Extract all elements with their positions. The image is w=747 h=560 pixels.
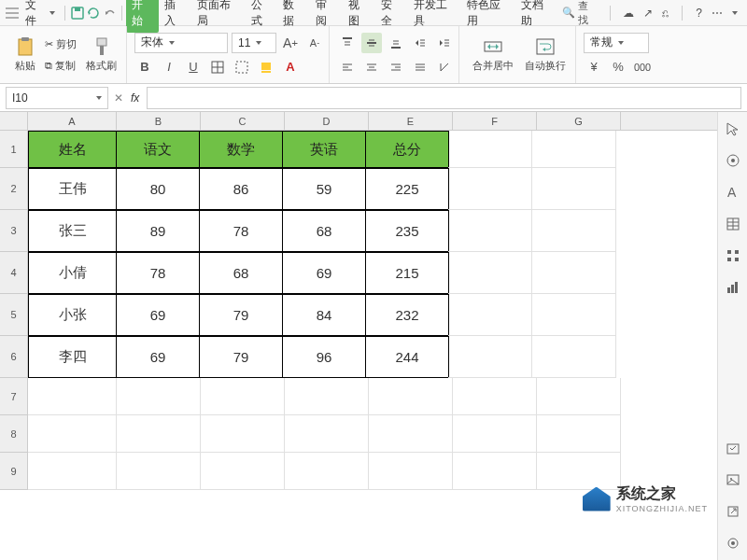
- select-all-corner[interactable]: [0, 112, 28, 130]
- column-header[interactable]: F: [453, 112, 537, 130]
- cell[interactable]: [28, 453, 117, 490]
- cell[interactable]: 80: [116, 168, 200, 210]
- cell[interactable]: [537, 415, 621, 453]
- table-icon[interactable]: [726, 217, 740, 231]
- cell[interactable]: 小倩: [28, 252, 117, 294]
- fx-icon[interactable]: fx: [131, 91, 139, 105]
- cell[interactable]: [448, 294, 532, 336]
- cell[interactable]: 78: [199, 210, 283, 252]
- row-header[interactable]: 7: [0, 378, 28, 415]
- cell[interactable]: 68: [199, 252, 283, 294]
- cell[interactable]: [117, 415, 201, 453]
- refresh-icon[interactable]: [86, 5, 102, 21]
- cell[interactable]: [448, 252, 532, 294]
- history-icon[interactable]: ⎌: [662, 7, 669, 20]
- cancel-icon[interactable]: ✕: [114, 91, 123, 105]
- font-color-button[interactable]: A: [280, 57, 301, 77]
- font-name-select[interactable]: 宋体: [134, 33, 228, 53]
- cell[interactable]: 小张: [28, 294, 117, 336]
- cell[interactable]: 王伟: [28, 168, 117, 210]
- column-header[interactable]: G: [537, 112, 621, 130]
- column-header[interactable]: D: [285, 112, 369, 130]
- cell[interactable]: [532, 210, 616, 252]
- row-header[interactable]: 6: [0, 336, 28, 378]
- backup-icon[interactable]: [726, 441, 740, 455]
- cell[interactable]: [448, 131, 532, 168]
- cell[interactable]: [448, 168, 532, 210]
- column-header[interactable]: E: [369, 112, 453, 130]
- formula-input[interactable]: [147, 87, 741, 109]
- cell[interactable]: 59: [282, 168, 366, 210]
- cell[interactable]: 78: [116, 252, 200, 294]
- file-menu[interactable]: 文件: [20, 0, 61, 29]
- cell[interactable]: [28, 415, 117, 453]
- image-icon[interactable]: [726, 472, 740, 487]
- cell[interactable]: 69: [116, 294, 200, 336]
- cell[interactable]: 79: [199, 294, 283, 336]
- currency-button[interactable]: ¥: [584, 57, 604, 77]
- copy-button[interactable]: ⧉复制: [41, 57, 80, 75]
- decrease-font-button[interactable]: A-: [304, 33, 325, 53]
- cell[interactable]: [532, 294, 616, 336]
- cell[interactable]: [201, 378, 285, 415]
- cell[interactable]: [448, 210, 532, 252]
- more-icon[interactable]: ⋯: [712, 7, 723, 20]
- cell[interactable]: [537, 378, 621, 415]
- cell[interactable]: 68: [282, 210, 366, 252]
- cell[interactable]: 235: [365, 210, 449, 252]
- cell[interactable]: [532, 131, 616, 168]
- cell[interactable]: [28, 378, 117, 415]
- row-header[interactable]: 4: [0, 252, 28, 294]
- orientation-button[interactable]: [434, 57, 455, 77]
- cell[interactable]: [532, 336, 616, 378]
- cell[interactable]: 数学: [199, 131, 283, 168]
- border-button[interactable]: [207, 57, 228, 77]
- cell[interactable]: [453, 453, 537, 490]
- italic-button[interactable]: I: [159, 57, 179, 77]
- cell[interactable]: [369, 378, 453, 415]
- cell[interactable]: [453, 378, 537, 415]
- apps-icon[interactable]: [726, 248, 740, 263]
- cell[interactable]: 总分: [365, 131, 449, 168]
- cell[interactable]: [285, 453, 369, 490]
- chevron-down-icon[interactable]: [732, 11, 738, 15]
- name-box[interactable]: I10: [6, 87, 108, 109]
- bold-button[interactable]: B: [134, 57, 155, 77]
- merge-center-button[interactable]: 合并居中: [467, 33, 519, 77]
- row-header[interactable]: 5: [0, 294, 28, 336]
- cell[interactable]: 李四: [28, 336, 117, 378]
- cell[interactable]: 语文: [116, 131, 200, 168]
- cell[interactable]: [117, 378, 201, 415]
- cell[interactable]: 86: [199, 168, 283, 210]
- fill-color-button[interactable]: [256, 57, 276, 77]
- column-header[interactable]: A: [28, 112, 117, 130]
- cursor-icon[interactable]: [726, 121, 740, 136]
- decrease-indent-button[interactable]: [410, 33, 430, 53]
- cell-style-button[interactable]: [232, 57, 252, 77]
- row-header[interactable]: 9: [0, 453, 28, 490]
- cell[interactable]: 89: [116, 210, 200, 252]
- align-center-button[interactable]: [361, 57, 382, 77]
- select-object-icon[interactable]: [726, 153, 740, 168]
- cell[interactable]: [532, 252, 616, 294]
- cell[interactable]: [285, 415, 369, 453]
- column-header[interactable]: C: [201, 112, 285, 130]
- column-header[interactable]: B: [117, 112, 201, 130]
- row-header[interactable]: 1: [0, 131, 28, 168]
- cell[interactable]: [201, 453, 285, 490]
- number-format-select[interactable]: 常规: [584, 33, 649, 53]
- increase-indent-button[interactable]: [434, 33, 455, 53]
- cell[interactable]: [532, 168, 616, 210]
- row-header[interactable]: 8: [0, 415, 28, 453]
- cell[interactable]: 232: [365, 294, 449, 336]
- cell[interactable]: 英语: [282, 131, 366, 168]
- cell[interactable]: 69: [282, 252, 366, 294]
- percent-button[interactable]: %: [608, 57, 628, 77]
- cell[interactable]: [369, 415, 453, 453]
- format-painter-button[interactable]: 格式刷: [80, 33, 122, 77]
- cell[interactable]: [117, 453, 201, 490]
- cell[interactable]: 79: [199, 336, 283, 378]
- align-right-button[interactable]: [386, 57, 406, 77]
- share-icon[interactable]: ↗: [643, 7, 653, 20]
- align-top-button[interactable]: [337, 33, 358, 53]
